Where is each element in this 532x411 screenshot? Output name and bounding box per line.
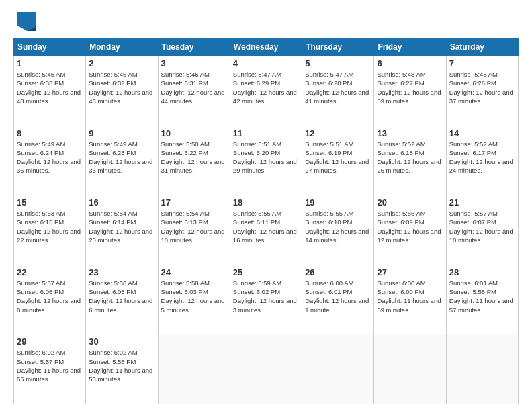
day-info: Sunrise: 5:59 AMSunset: 6:02 PMDaylight:… xyxy=(233,279,297,314)
table-row: 23Sunrise: 5:58 AMSunset: 6:05 PMDayligh… xyxy=(86,265,158,334)
day-info: Sunrise: 5:47 AMSunset: 6:29 PMDaylight:… xyxy=(233,71,297,105)
day-number: 25 xyxy=(233,267,299,277)
logo-icon xyxy=(17,12,36,31)
table-row: 24Sunrise: 5:58 AMSunset: 6:03 PMDayligh… xyxy=(158,265,230,334)
day-number: 27 xyxy=(377,267,443,277)
table-row xyxy=(158,334,230,404)
day-number: 14 xyxy=(449,128,515,138)
table-row: 7Sunrise: 5:48 AMSunset: 6:26 PMDaylight… xyxy=(446,56,518,126)
day-info: Sunrise: 5:49 AMSunset: 6:24 PMDaylight:… xyxy=(17,140,81,175)
table-row xyxy=(230,334,302,404)
table-row: 5Sunrise: 5:47 AMSunset: 6:28 PMDaylight… xyxy=(302,56,374,126)
day-info: Sunrise: 5:51 AMSunset: 6:20 PMDaylight:… xyxy=(233,140,297,175)
day-info: Sunrise: 5:58 AMSunset: 6:03 PMDaylight:… xyxy=(161,279,225,314)
logo xyxy=(13,12,36,31)
day-info: Sunrise: 5:52 AMSunset: 6:17 PMDaylight:… xyxy=(449,140,513,175)
day-number: 15 xyxy=(17,197,83,208)
day-number: 11 xyxy=(233,128,299,138)
table-row: 26Sunrise: 6:00 AMSunset: 6:01 PMDayligh… xyxy=(302,265,374,334)
table-row xyxy=(446,334,518,404)
day-info: Sunrise: 5:53 AMSunset: 6:15 PMDaylight:… xyxy=(17,210,81,244)
day-info: Sunrise: 5:54 AMSunset: 6:14 PMDaylight:… xyxy=(89,210,152,244)
table-row: 8Sunrise: 5:49 AMSunset: 6:24 PMDaylight… xyxy=(14,126,86,195)
calendar-table: Sunday Monday Tuesday Wednesday Thursday… xyxy=(13,38,519,404)
day-info: Sunrise: 5:47 AMSunset: 6:28 PMDaylight:… xyxy=(305,71,369,105)
header-saturday: Saturday xyxy=(446,38,518,56)
table-row: 4Sunrise: 5:47 AMSunset: 6:29 PMDaylight… xyxy=(230,56,302,126)
calendar-week-row: 8Sunrise: 5:49 AMSunset: 6:24 PMDaylight… xyxy=(14,126,519,195)
day-number: 26 xyxy=(305,267,371,277)
day-number: 20 xyxy=(377,197,443,208)
day-number: 21 xyxy=(449,197,515,208)
table-row: 6Sunrise: 5:48 AMSunset: 6:27 PMDaylight… xyxy=(374,56,446,126)
day-number: 9 xyxy=(89,128,154,138)
day-number: 22 xyxy=(17,267,83,277)
table-row: 18Sunrise: 5:55 AMSunset: 6:11 PMDayligh… xyxy=(230,195,302,265)
table-row: 1Sunrise: 5:45 AMSunset: 6:33 PMDaylight… xyxy=(14,56,86,126)
table-row: 21Sunrise: 5:57 AMSunset: 6:07 PMDayligh… xyxy=(446,195,518,265)
table-row xyxy=(302,334,374,404)
day-number: 19 xyxy=(305,197,371,208)
day-info: Sunrise: 6:00 AMSunset: 6:00 PMDaylight:… xyxy=(377,279,441,314)
day-number: 16 xyxy=(89,197,154,208)
table-row: 20Sunrise: 5:56 AMSunset: 6:09 PMDayligh… xyxy=(374,195,446,265)
day-number: 6 xyxy=(377,58,443,68)
header-monday: Monday xyxy=(86,38,158,56)
day-info: Sunrise: 5:57 AMSunset: 6:07 PMDaylight:… xyxy=(449,210,513,244)
day-number: 5 xyxy=(305,58,371,68)
day-number: 12 xyxy=(305,128,371,138)
day-info: Sunrise: 5:51 AMSunset: 6:19 PMDaylight:… xyxy=(305,140,369,175)
day-number: 8 xyxy=(17,128,83,138)
header-thursday: Thursday xyxy=(302,38,374,56)
weekday-header-row: Sunday Monday Tuesday Wednesday Thursday… xyxy=(14,38,519,56)
day-number: 7 xyxy=(449,58,515,68)
table-row xyxy=(374,334,446,404)
day-number: 1 xyxy=(17,58,83,68)
day-info: Sunrise: 5:46 AMSunset: 6:31 PMDaylight:… xyxy=(161,71,225,105)
day-number: 29 xyxy=(17,336,83,347)
day-info: Sunrise: 5:57 AMSunset: 6:06 PMDaylight:… xyxy=(17,279,81,314)
table-row: 3Sunrise: 5:46 AMSunset: 6:31 PMDaylight… xyxy=(158,56,230,126)
day-info: Sunrise: 5:45 AMSunset: 6:32 PMDaylight:… xyxy=(89,71,152,105)
day-info: Sunrise: 5:49 AMSunset: 6:23 PMDaylight:… xyxy=(89,140,152,175)
table-row: 17Sunrise: 5:54 AMSunset: 6:13 PMDayligh… xyxy=(158,195,230,265)
day-info: Sunrise: 6:00 AMSunset: 6:01 PMDaylight:… xyxy=(305,279,369,314)
calendar-page: Sunday Monday Tuesday Wednesday Thursday… xyxy=(0,0,532,411)
page-header xyxy=(13,12,519,31)
day-info: Sunrise: 6:01 AMSunset: 5:58 PMDaylight:… xyxy=(449,279,513,314)
day-info: Sunrise: 5:55 AMSunset: 6:11 PMDaylight:… xyxy=(233,210,297,244)
table-row: 29Sunrise: 6:02 AMSunset: 5:57 PMDayligh… xyxy=(14,334,86,404)
day-number: 10 xyxy=(161,128,227,138)
table-row: 27Sunrise: 6:00 AMSunset: 6:00 PMDayligh… xyxy=(374,265,446,334)
calendar-week-row: 15Sunrise: 5:53 AMSunset: 6:15 PMDayligh… xyxy=(14,195,519,265)
day-info: Sunrise: 5:52 AMSunset: 6:18 PMDaylight:… xyxy=(377,140,441,175)
day-number: 3 xyxy=(161,58,227,68)
table-row: 19Sunrise: 5:55 AMSunset: 6:10 PMDayligh… xyxy=(302,195,374,265)
day-number: 24 xyxy=(161,267,227,277)
day-info: Sunrise: 6:02 AMSunset: 5:56 PMDaylight:… xyxy=(89,349,152,383)
day-info: Sunrise: 5:45 AMSunset: 6:33 PMDaylight:… xyxy=(17,71,81,105)
day-info: Sunrise: 6:02 AMSunset: 5:57 PMDaylight:… xyxy=(17,349,81,383)
table-row: 13Sunrise: 5:52 AMSunset: 6:18 PMDayligh… xyxy=(374,126,446,195)
day-number: 17 xyxy=(161,197,227,208)
table-row: 15Sunrise: 5:53 AMSunset: 6:15 PMDayligh… xyxy=(14,195,86,265)
calendar-week-row: 22Sunrise: 5:57 AMSunset: 6:06 PMDayligh… xyxy=(14,265,519,334)
day-info: Sunrise: 5:55 AMSunset: 6:10 PMDaylight:… xyxy=(305,210,369,244)
table-row: 16Sunrise: 5:54 AMSunset: 6:14 PMDayligh… xyxy=(86,195,158,265)
day-number: 13 xyxy=(377,128,443,138)
day-number: 30 xyxy=(89,336,154,347)
table-row: 10Sunrise: 5:50 AMSunset: 6:22 PMDayligh… xyxy=(158,126,230,195)
day-info: Sunrise: 5:48 AMSunset: 6:27 PMDaylight:… xyxy=(377,71,441,105)
table-row: 30Sunrise: 6:02 AMSunset: 5:56 PMDayligh… xyxy=(86,334,158,404)
day-number: 4 xyxy=(233,58,299,68)
header-wednesday: Wednesday xyxy=(230,38,302,56)
day-info: Sunrise: 5:50 AMSunset: 6:22 PMDaylight:… xyxy=(161,140,225,175)
day-number: 2 xyxy=(89,58,154,68)
day-info: Sunrise: 5:54 AMSunset: 6:13 PMDaylight:… xyxy=(161,210,225,244)
table-row: 11Sunrise: 5:51 AMSunset: 6:20 PMDayligh… xyxy=(230,126,302,195)
table-row: 25Sunrise: 5:59 AMSunset: 6:02 PMDayligh… xyxy=(230,265,302,334)
day-number: 28 xyxy=(449,267,515,277)
day-number: 18 xyxy=(233,197,299,208)
table-row: 2Sunrise: 5:45 AMSunset: 6:32 PMDaylight… xyxy=(86,56,158,126)
header-friday: Friday xyxy=(374,38,446,56)
